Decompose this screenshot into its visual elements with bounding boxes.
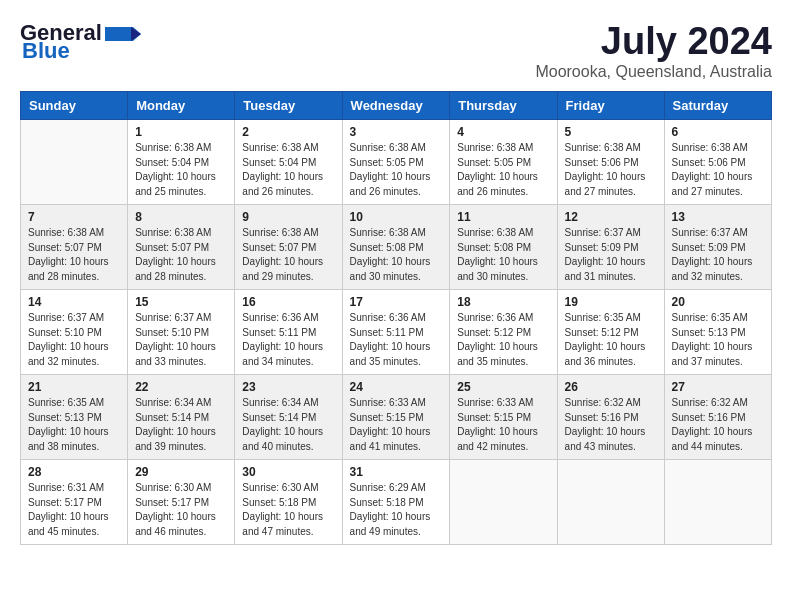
day-info: Sunrise: 6:35 AMSunset: 5:13 PMDaylight:…	[28, 396, 120, 454]
day-header-tuesday: Tuesday	[235, 92, 342, 120]
day-number: 20	[672, 295, 764, 309]
calendar-cell: 16Sunrise: 6:36 AMSunset: 5:11 PMDayligh…	[235, 290, 342, 375]
day-info: Sunrise: 6:36 AMSunset: 5:11 PMDaylight:…	[242, 311, 334, 369]
calendar-cell: 15Sunrise: 6:37 AMSunset: 5:10 PMDayligh…	[128, 290, 235, 375]
day-info: Sunrise: 6:32 AMSunset: 5:16 PMDaylight:…	[565, 396, 657, 454]
day-number: 28	[28, 465, 120, 479]
day-number: 18	[457, 295, 549, 309]
calendar-cell: 26Sunrise: 6:32 AMSunset: 5:16 PMDayligh…	[557, 375, 664, 460]
calendar-week-row: 14Sunrise: 6:37 AMSunset: 5:10 PMDayligh…	[21, 290, 772, 375]
day-number: 15	[135, 295, 227, 309]
calendar-cell: 24Sunrise: 6:33 AMSunset: 5:15 PMDayligh…	[342, 375, 450, 460]
day-header-sunday: Sunday	[21, 92, 128, 120]
calendar-cell	[557, 460, 664, 545]
calendar-cell: 14Sunrise: 6:37 AMSunset: 5:10 PMDayligh…	[21, 290, 128, 375]
day-info: Sunrise: 6:30 AMSunset: 5:17 PMDaylight:…	[135, 481, 227, 539]
day-info: Sunrise: 6:31 AMSunset: 5:17 PMDaylight:…	[28, 481, 120, 539]
day-number: 12	[565, 210, 657, 224]
day-number: 4	[457, 125, 549, 139]
calendar-week-row: 7Sunrise: 6:38 AMSunset: 5:07 PMDaylight…	[21, 205, 772, 290]
day-info: Sunrise: 6:38 AMSunset: 5:05 PMDaylight:…	[457, 141, 549, 199]
day-number: 14	[28, 295, 120, 309]
day-info: Sunrise: 6:38 AMSunset: 5:07 PMDaylight:…	[135, 226, 227, 284]
day-info: Sunrise: 6:38 AMSunset: 5:06 PMDaylight:…	[565, 141, 657, 199]
calendar-cell	[21, 120, 128, 205]
calendar-week-row: 21Sunrise: 6:35 AMSunset: 5:13 PMDayligh…	[21, 375, 772, 460]
day-number: 8	[135, 210, 227, 224]
calendar-header-row: SundayMondayTuesdayWednesdayThursdayFrid…	[21, 92, 772, 120]
calendar-cell: 22Sunrise: 6:34 AMSunset: 5:14 PMDayligh…	[128, 375, 235, 460]
day-info: Sunrise: 6:37 AMSunset: 5:10 PMDaylight:…	[135, 311, 227, 369]
day-number: 24	[350, 380, 443, 394]
logo-flag-icon	[105, 23, 141, 45]
day-number: 19	[565, 295, 657, 309]
day-info: Sunrise: 6:35 AMSunset: 5:12 PMDaylight:…	[565, 311, 657, 369]
day-info: Sunrise: 6:38 AMSunset: 5:07 PMDaylight:…	[28, 226, 120, 284]
calendar-cell: 12Sunrise: 6:37 AMSunset: 5:09 PMDayligh…	[557, 205, 664, 290]
page-header: General Blue July 2024 Moorooka, Queensl…	[20, 20, 772, 81]
day-header-saturday: Saturday	[664, 92, 771, 120]
day-info: Sunrise: 6:34 AMSunset: 5:14 PMDaylight:…	[135, 396, 227, 454]
calendar-cell	[664, 460, 771, 545]
calendar-cell: 1Sunrise: 6:38 AMSunset: 5:04 PMDaylight…	[128, 120, 235, 205]
day-number: 3	[350, 125, 443, 139]
day-info: Sunrise: 6:32 AMSunset: 5:16 PMDaylight:…	[672, 396, 764, 454]
calendar-cell: 23Sunrise: 6:34 AMSunset: 5:14 PMDayligh…	[235, 375, 342, 460]
day-number: 17	[350, 295, 443, 309]
day-number: 11	[457, 210, 549, 224]
calendar-cell: 20Sunrise: 6:35 AMSunset: 5:13 PMDayligh…	[664, 290, 771, 375]
day-header-thursday: Thursday	[450, 92, 557, 120]
calendar-week-row: 1Sunrise: 6:38 AMSunset: 5:04 PMDaylight…	[21, 120, 772, 205]
calendar-cell: 31Sunrise: 6:29 AMSunset: 5:18 PMDayligh…	[342, 460, 450, 545]
day-header-wednesday: Wednesday	[342, 92, 450, 120]
day-info: Sunrise: 6:38 AMSunset: 5:05 PMDaylight:…	[350, 141, 443, 199]
day-info: Sunrise: 6:36 AMSunset: 5:11 PMDaylight:…	[350, 311, 443, 369]
day-number: 10	[350, 210, 443, 224]
location-subtitle: Moorooka, Queensland, Australia	[535, 63, 772, 81]
calendar-cell: 17Sunrise: 6:36 AMSunset: 5:11 PMDayligh…	[342, 290, 450, 375]
calendar-cell: 21Sunrise: 6:35 AMSunset: 5:13 PMDayligh…	[21, 375, 128, 460]
logo: General Blue	[20, 20, 141, 64]
day-header-monday: Monday	[128, 92, 235, 120]
day-info: Sunrise: 6:37 AMSunset: 5:09 PMDaylight:…	[672, 226, 764, 284]
day-info: Sunrise: 6:33 AMSunset: 5:15 PMDaylight:…	[457, 396, 549, 454]
day-info: Sunrise: 6:38 AMSunset: 5:08 PMDaylight:…	[457, 226, 549, 284]
day-info: Sunrise: 6:36 AMSunset: 5:12 PMDaylight:…	[457, 311, 549, 369]
calendar-cell: 6Sunrise: 6:38 AMSunset: 5:06 PMDaylight…	[664, 120, 771, 205]
day-number: 1	[135, 125, 227, 139]
day-info: Sunrise: 6:37 AMSunset: 5:09 PMDaylight:…	[565, 226, 657, 284]
day-header-friday: Friday	[557, 92, 664, 120]
day-info: Sunrise: 6:30 AMSunset: 5:18 PMDaylight:…	[242, 481, 334, 539]
day-info: Sunrise: 6:38 AMSunset: 5:08 PMDaylight:…	[350, 226, 443, 284]
day-number: 22	[135, 380, 227, 394]
title-section: July 2024 Moorooka, Queensland, Australi…	[535, 20, 772, 81]
day-number: 13	[672, 210, 764, 224]
logo-blue-text: Blue	[22, 38, 70, 64]
calendar-week-row: 28Sunrise: 6:31 AMSunset: 5:17 PMDayligh…	[21, 460, 772, 545]
calendar-cell: 8Sunrise: 6:38 AMSunset: 5:07 PMDaylight…	[128, 205, 235, 290]
month-year-title: July 2024	[535, 20, 772, 63]
day-number: 25	[457, 380, 549, 394]
calendar-cell: 13Sunrise: 6:37 AMSunset: 5:09 PMDayligh…	[664, 205, 771, 290]
calendar-table: SundayMondayTuesdayWednesdayThursdayFrid…	[20, 91, 772, 545]
day-number: 30	[242, 465, 334, 479]
calendar-cell: 29Sunrise: 6:30 AMSunset: 5:17 PMDayligh…	[128, 460, 235, 545]
day-number: 29	[135, 465, 227, 479]
day-info: Sunrise: 6:35 AMSunset: 5:13 PMDaylight:…	[672, 311, 764, 369]
calendar-cell: 19Sunrise: 6:35 AMSunset: 5:12 PMDayligh…	[557, 290, 664, 375]
calendar-cell: 18Sunrise: 6:36 AMSunset: 5:12 PMDayligh…	[450, 290, 557, 375]
day-number: 9	[242, 210, 334, 224]
day-number: 31	[350, 465, 443, 479]
svg-marker-1	[131, 27, 141, 41]
calendar-cell: 5Sunrise: 6:38 AMSunset: 5:06 PMDaylight…	[557, 120, 664, 205]
day-info: Sunrise: 6:34 AMSunset: 5:14 PMDaylight:…	[242, 396, 334, 454]
day-info: Sunrise: 6:38 AMSunset: 5:04 PMDaylight:…	[135, 141, 227, 199]
calendar-cell: 2Sunrise: 6:38 AMSunset: 5:04 PMDaylight…	[235, 120, 342, 205]
day-number: 5	[565, 125, 657, 139]
calendar-cell: 27Sunrise: 6:32 AMSunset: 5:16 PMDayligh…	[664, 375, 771, 460]
calendar-cell: 3Sunrise: 6:38 AMSunset: 5:05 PMDaylight…	[342, 120, 450, 205]
day-number: 27	[672, 380, 764, 394]
day-info: Sunrise: 6:38 AMSunset: 5:04 PMDaylight:…	[242, 141, 334, 199]
calendar-cell: 30Sunrise: 6:30 AMSunset: 5:18 PMDayligh…	[235, 460, 342, 545]
calendar-cell: 7Sunrise: 6:38 AMSunset: 5:07 PMDaylight…	[21, 205, 128, 290]
